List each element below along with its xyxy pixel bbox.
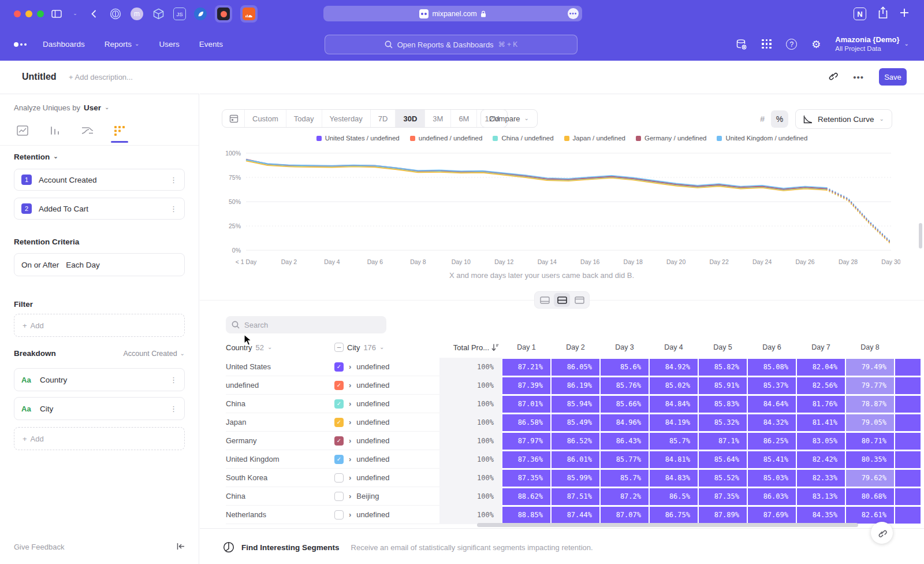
- day-cell[interactable]: 86.19%: [551, 376, 600, 395]
- project-switcher[interactable]: Amazonia {Demo} All Project Data ⌄: [835, 35, 909, 53]
- percentage-toggle[interactable]: %: [771, 110, 788, 128]
- column-day-8[interactable]: Day 8: [845, 343, 895, 351]
- day-cell[interactable]: 84.19%: [649, 413, 698, 432]
- settings-gear-icon[interactable]: ⚙: [810, 38, 822, 51]
- share-icon[interactable]: [878, 6, 888, 21]
- day-cell[interactable]: 87.1%: [698, 432, 747, 450]
- chart-type-selector[interactable]: Retention Curve ⌄: [795, 109, 892, 129]
- vertical-scrollbar[interactable]: [919, 223, 922, 248]
- close-window-icon[interactable]: [14, 10, 21, 17]
- kebab-menu-icon[interactable]: ⋮: [170, 376, 177, 384]
- layout-chart-only-icon[interactable]: [536, 293, 553, 307]
- day-cell[interactable]: 85.52%: [698, 469, 747, 487]
- global-search[interactable]: Open Reports & Dashboards ⌘ + K: [325, 35, 578, 54]
- row-checkbox[interactable]: ✓: [334, 418, 344, 427]
- day-cell[interactable]: 87.01%: [502, 395, 551, 413]
- city-cell[interactable]: ✓›undefined: [334, 395, 439, 413]
- column-day-7[interactable]: Day 7: [796, 343, 845, 351]
- nav-users[interactable]: Users: [159, 40, 179, 49]
- day-cell[interactable]: 85.99%: [551, 469, 600, 487]
- expand-row-icon[interactable]: ›: [349, 436, 351, 445]
- day-cell[interactable]: 82.56%: [796, 376, 845, 395]
- row-checkbox[interactable]: [334, 510, 344, 520]
- day-cell[interactable]: 80.68%: [845, 487, 895, 506]
- day-cell[interactable]: 85.7%: [600, 469, 649, 487]
- day-cell[interactable]: 84.64%: [747, 395, 796, 413]
- day-cell[interactable]: 87.44%: [551, 506, 600, 524]
- day-cell[interactable]: 79.05%: [845, 413, 895, 432]
- day-cell[interactable]: 86.5%: [649, 487, 698, 506]
- apps-grid-icon[interactable]: [761, 38, 773, 51]
- expand-row-icon[interactable]: ›: [349, 473, 351, 482]
- day-cell-clipped[interactable]: [895, 487, 921, 506]
- select-all-checkbox[interactable]: –: [334, 343, 344, 352]
- country-cell[interactable]: South Korea: [226, 469, 334, 487]
- day-cell[interactable]: 82.42%: [796, 450, 845, 469]
- m-extension-icon[interactable]: m: [131, 8, 143, 20]
- day-cell[interactable]: 85.94%: [551, 395, 600, 413]
- nav-events[interactable]: Events: [199, 40, 223, 49]
- day-cell-clipped[interactable]: [895, 358, 921, 376]
- day-cell-clipped[interactable]: [895, 450, 921, 469]
- country-cell[interactable]: undefined: [226, 376, 334, 395]
- save-button[interactable]: Save: [879, 68, 907, 86]
- country-cell[interactable]: China: [226, 487, 334, 506]
- day-cell[interactable]: 87.35%: [502, 469, 551, 487]
- day-cell-clipped[interactable]: [895, 506, 921, 524]
- day-cell[interactable]: 85.03%: [747, 469, 796, 487]
- table-search-input[interactable]: Search: [226, 316, 386, 333]
- day-cell[interactable]: 80.35%: [845, 450, 895, 469]
- day-cell[interactable]: 84.96%: [600, 413, 649, 432]
- day-cell[interactable]: 82.33%: [796, 469, 845, 487]
- day-cell[interactable]: 84.81%: [649, 450, 698, 469]
- tab-flows[interactable]: [79, 121, 96, 140]
- day-cell[interactable]: 86.01%: [551, 450, 600, 469]
- country-cell[interactable]: Germany: [226, 432, 334, 450]
- retention-chart-wrap[interactable]: 0%25%50%75%100%< 1 DayDay 2Day 4Day 6Day…: [216, 147, 900, 272]
- expand-row-icon[interactable]: ›: [349, 362, 351, 371]
- legend-item[interactable]: Japan / undefined: [564, 135, 625, 142]
- expand-row-icon[interactable]: ›: [349, 399, 351, 408]
- row-checkbox[interactable]: ✓: [334, 399, 344, 409]
- expand-row-icon[interactable]: ›: [349, 510, 351, 519]
- layout-table-only-icon[interactable]: [571, 293, 587, 307]
- kebab-menu-icon[interactable]: ⋮: [170, 405, 177, 413]
- day-cell[interactable]: 88.85%: [502, 506, 551, 524]
- row-checkbox[interactable]: ✓: [334, 362, 344, 372]
- day-cell[interactable]: 87.36%: [502, 450, 551, 469]
- tab-retention[interactable]: [111, 121, 128, 140]
- expand-row-icon[interactable]: ›: [349, 455, 351, 463]
- copy-link-icon[interactable]: [828, 70, 838, 83]
- day-cell[interactable]: 80.71%: [845, 432, 895, 450]
- address-bar[interactable]: mixpanel.com •••: [323, 6, 582, 21]
- day-cell[interactable]: 84.35%: [796, 506, 845, 524]
- layout-split-icon[interactable]: [554, 293, 570, 307]
- city-cell[interactable]: ✓›undefined: [334, 450, 439, 469]
- column-day-1[interactable]: Day 1: [502, 343, 551, 351]
- breakdown-add-button[interactable]: +Add: [14, 427, 185, 450]
- day-cell[interactable]: 86.25%: [747, 432, 796, 450]
- day-cell[interactable]: 79.62%: [845, 469, 895, 487]
- day-cell[interactable]: 85.7%: [649, 432, 698, 450]
- onepassword-icon[interactable]: [109, 7, 122, 21]
- add-description[interactable]: + Add description...: [69, 73, 133, 81]
- retention-section-label[interactable]: Retention: [14, 153, 50, 161]
- column-day-5[interactable]: Day 5: [698, 343, 747, 351]
- analyze-value[interactable]: User: [84, 103, 101, 112]
- day-cell[interactable]: 83.13%: [796, 487, 845, 506]
- column-city[interactable]: – City176⌄: [334, 343, 439, 352]
- tab-chevron-icon[interactable]: ⌄: [72, 7, 79, 21]
- patreon-icon[interactable]: [215, 5, 232, 23]
- criteria-each-day[interactable]: Each Day: [66, 261, 100, 269]
- day-cell[interactable]: 79.77%: [845, 376, 895, 395]
- breakdown-event-selector[interactable]: Account Created⌄: [124, 350, 185, 358]
- range-30d[interactable]: 30D: [395, 109, 424, 128]
- city-cell[interactable]: ✓›undefined: [334, 413, 439, 432]
- retention-chart[interactable]: 0%25%50%75%100%< 1 DayDay 2Day 4Day 6Day…: [216, 147, 900, 270]
- city-cell[interactable]: ›undefined: [334, 506, 439, 524]
- day-cell[interactable]: 85.6%: [600, 358, 649, 376]
- city-cell[interactable]: ›undefined: [334, 469, 439, 487]
- row-checkbox[interactable]: ✓: [334, 455, 344, 464]
- day-cell[interactable]: 83.05%: [796, 432, 845, 450]
- row-checkbox[interactable]: [334, 473, 344, 483]
